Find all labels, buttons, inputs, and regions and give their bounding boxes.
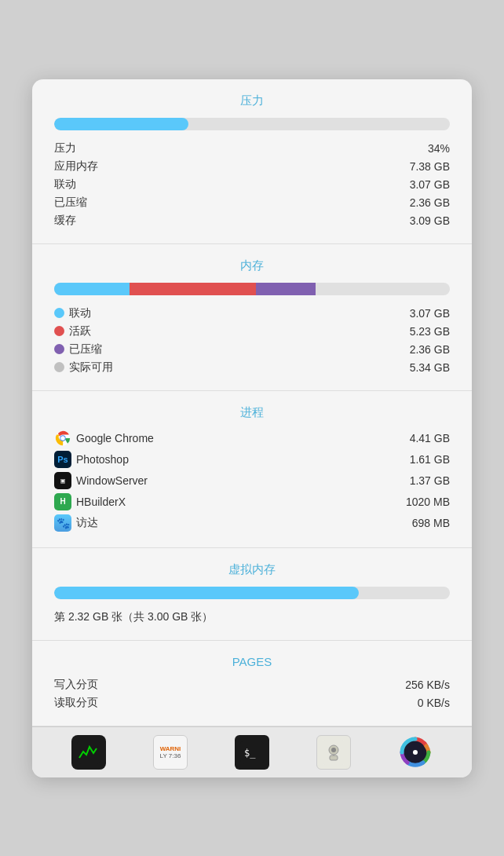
memory-title: 内存 xyxy=(54,258,450,273)
virtual-memory-bar-fill xyxy=(54,587,359,599)
pressure-row-2: 联动 3.07 GB xyxy=(54,177,450,192)
dot-compressed xyxy=(54,344,64,354)
svg-text:$_: $_ xyxy=(244,748,256,759)
seg-linked xyxy=(54,283,130,295)
process-value-3: 1020 MB xyxy=(406,496,450,508)
toolbar: WARNI LY 7:36 $_ xyxy=(32,726,472,777)
system-info-icon[interactable] xyxy=(316,735,351,770)
pressure-value-3: 2.36 GB xyxy=(410,196,450,209)
process-label-4: 🐾 访达 xyxy=(54,514,98,532)
pages-row-0: 写入分页 256 KB/s xyxy=(54,678,450,692)
process-label-1: Ps Photoshop xyxy=(54,451,129,468)
process-row-4: 🐾 访达 698 MB xyxy=(54,514,450,532)
pages-label-0: 写入分页 xyxy=(54,678,98,692)
photoshop-icon: Ps xyxy=(54,451,71,468)
svg-rect-9 xyxy=(330,755,338,760)
memory-value-3: 5.34 GB xyxy=(410,361,450,374)
memory-row-2: 已压缩 2.36 GB xyxy=(54,342,450,357)
svg-rect-3 xyxy=(77,741,100,764)
pressure-bar-fill xyxy=(54,118,188,130)
virtual-memory-title: 虚拟内存 xyxy=(54,562,450,577)
pressure-row-4: 缓存 3.09 GB xyxy=(54,214,450,228)
activity-monitor-icon[interactable] xyxy=(71,735,106,770)
memory-row-0: 联动 3.07 GB xyxy=(54,306,450,320)
process-row-2: ▣ WindowServer 1.37 GB xyxy=(54,472,450,489)
hbuilderx-icon: H xyxy=(54,493,71,510)
memory-value-1: 5.23 GB xyxy=(410,325,450,338)
process-value-1: 1.61 GB xyxy=(410,453,450,466)
pages-row-1: 读取分页 0 KB/s xyxy=(54,696,450,710)
process-row-3: H HBuilderX 1020 MB xyxy=(54,493,450,510)
process-value-4: 698 MB xyxy=(412,517,450,529)
terminal-icon[interactable]: $_ xyxy=(235,735,269,770)
pressure-section: 压力 压力 34% 应用内存 7.38 GB 联动 3.07 GB 已压缩 2.… xyxy=(32,79,472,244)
memory-value-2: 2.36 GB xyxy=(410,343,450,356)
process-row-0: Google Chrome 4.41 GB xyxy=(54,430,450,447)
istatmenus-icon[interactable] xyxy=(398,735,433,770)
pressure-label-2: 联动 xyxy=(54,177,76,192)
pages-section: PAGES 写入分页 256 KB/s 读取分页 0 KB/s xyxy=(32,641,472,726)
seg-compressed xyxy=(256,283,316,295)
pressure-title: 压力 xyxy=(54,93,450,108)
virtual-memory-section: 虚拟内存 第 2.32 GB 张（共 3.00 GB 张） xyxy=(32,548,472,641)
pressure-value-1: 7.38 GB xyxy=(410,160,450,173)
memory-label-0: 联动 xyxy=(54,306,91,320)
finder-icon: 🐾 xyxy=(54,514,71,532)
process-row-1: Ps Photoshop 1.61 GB xyxy=(54,451,450,468)
virtual-memory-desc-row: 第 2.32 GB 张（共 3.00 GB 张） xyxy=(54,610,450,624)
memory-row-1: 活跃 5.23 GB xyxy=(54,324,450,338)
processes-title: 进程 xyxy=(54,405,450,420)
pressure-label-1: 应用内存 xyxy=(54,159,98,174)
dot-active xyxy=(54,326,64,336)
pressure-row-0: 压力 34% xyxy=(54,141,450,155)
svg-point-13 xyxy=(413,750,418,755)
pressure-value-2: 3.07 GB xyxy=(410,178,450,191)
pages-title: PAGES xyxy=(54,655,450,668)
pressure-row-1: 应用内存 7.38 GB xyxy=(54,159,450,174)
pages-value-1: 0 KB/s xyxy=(418,697,450,709)
chrome-icon xyxy=(54,430,71,447)
pressure-value-4: 3.09 GB xyxy=(410,214,450,227)
console-icon[interactable]: WARNI LY 7:36 xyxy=(153,735,188,770)
process-label-0: Google Chrome xyxy=(54,430,154,447)
processes-section: 进程 Google Chrome 4.41 GB xyxy=(32,391,472,548)
virtual-memory-description: 第 2.32 GB 张（共 3.00 GB 张） xyxy=(54,610,213,624)
memory-label-2: 已压缩 xyxy=(54,342,102,357)
virtual-memory-bar-track xyxy=(54,587,450,599)
process-value-2: 1.37 GB xyxy=(410,474,450,487)
dot-available xyxy=(54,362,64,372)
memory-label-3: 实际可用 xyxy=(54,360,113,375)
pressure-value-0: 34% xyxy=(428,142,450,155)
pressure-label-4: 缓存 xyxy=(54,214,76,228)
pages-value-0: 256 KB/s xyxy=(405,679,450,691)
main-card: 压力 压力 34% 应用内存 7.38 GB 联动 3.07 GB 已压缩 2.… xyxy=(32,79,472,777)
pressure-label-3: 已压缩 xyxy=(54,196,87,210)
memory-value-0: 3.07 GB xyxy=(410,307,450,320)
process-value-0: 4.41 GB xyxy=(410,432,450,444)
dot-linked xyxy=(54,308,64,318)
process-label-2: ▣ WindowServer xyxy=(54,472,148,489)
pressure-row-3: 已压缩 2.36 GB xyxy=(54,196,450,210)
svg-point-8 xyxy=(331,748,336,752)
memory-row-3: 实际可用 5.34 GB xyxy=(54,360,450,375)
svg-point-2 xyxy=(60,436,65,441)
pages-label-1: 读取分页 xyxy=(54,696,98,710)
memory-bar-track xyxy=(54,283,450,295)
windowserver-icon: ▣ xyxy=(54,472,71,489)
process-label-3: H HBuilderX xyxy=(54,493,126,510)
memory-label-1: 活跃 xyxy=(54,324,91,338)
pressure-label-0: 压力 xyxy=(54,141,76,155)
seg-active xyxy=(130,283,256,295)
pressure-bar-track xyxy=(54,118,450,130)
memory-section: 内存 联动 3.07 GB 活跃 5.23 GB 已压缩 2.36 xyxy=(32,244,472,391)
